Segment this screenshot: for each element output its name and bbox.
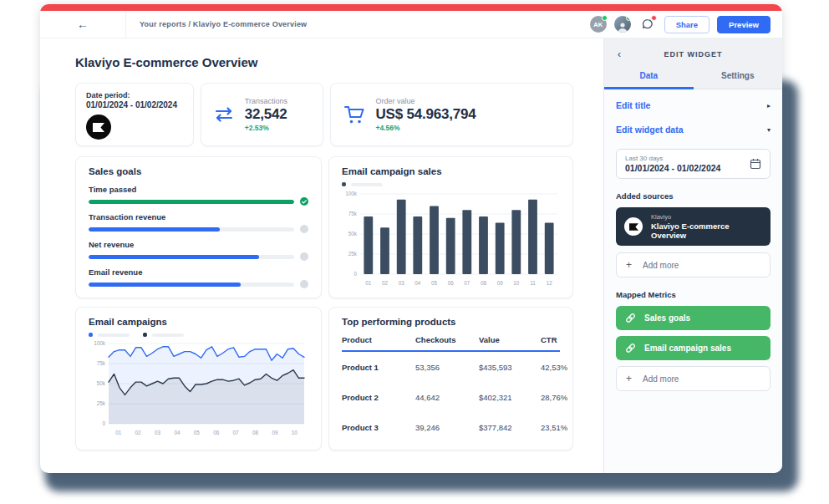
svg-text:02: 02 — [382, 280, 389, 286]
date-range-picker[interactable]: Last 30 days 01/01/2024 - 01/02/2024 — [616, 149, 771, 179]
legend-dot-icon — [143, 333, 147, 337]
edit-title-row[interactable]: Edit title ▸ — [616, 100, 771, 110]
table-row: Product 339,246$377,84223,51% — [342, 412, 560, 442]
date-period-value: 01/01/2024 - 01/02/2024 — [86, 100, 183, 109]
progress-fill — [89, 255, 259, 259]
back-button[interactable]: ← — [40, 11, 126, 38]
share-button[interactable]: Share — [664, 16, 709, 33]
panel-body: Edit title ▸ Edit widget data ▾ Last 30 … — [604, 89, 782, 473]
svg-text:04: 04 — [174, 430, 181, 435]
cart-icon — [343, 104, 365, 125]
date-period-card[interactable]: Date period: 01/01/2024 - 01/02/2024 — [75, 83, 194, 146]
kpi-value: US$ 54.963,794 — [376, 106, 476, 123]
chat-button[interactable] — [638, 15, 657, 33]
svg-text:07: 07 — [464, 280, 470, 286]
tab-data[interactable]: Data — [604, 71, 694, 87]
email-campaigns-widget[interactable]: Email campaigns 025k50k75k100k0102030405… — [75, 307, 322, 451]
avatar[interactable] — [614, 16, 631, 33]
product-name: Product 2 — [342, 393, 415, 402]
back-arrow-icon: ← — [77, 18, 89, 31]
svg-text:03: 03 — [399, 280, 405, 286]
kpi-delta-badge: +2.53% — [245, 124, 287, 132]
widget-title: Email campaign sales — [342, 166, 560, 176]
product-ctr: 42,53% — [541, 363, 573, 372]
svg-text:12: 12 — [547, 280, 553, 286]
panel-tabs: Data Settings — [604, 71, 782, 87]
svg-text:08: 08 — [481, 280, 487, 286]
product-value: $377,842 — [479, 423, 541, 432]
mapped-metric-email-campaign-sales[interactable]: Email campaign sales — [616, 336, 771, 360]
sales-goal-item: Transaction revenue — [89, 212, 308, 233]
legend-item — [342, 182, 383, 186]
source-card[interactable]: Klaviyo Klaviyo E-commerce Overview — [616, 207, 771, 246]
panel-collapse-icon[interactable]: ‹ — [618, 49, 621, 59]
svg-text:100k: 100k — [94, 340, 106, 346]
svg-text:09: 09 — [272, 430, 278, 435]
sales-goal-bar — [89, 197, 308, 206]
panel-title: EDIT WIDGET — [604, 50, 782, 59]
edit-widget-data-row[interactable]: Edit widget data ▾ — [616, 125, 771, 135]
widget-title: Sales goals — [89, 166, 308, 176]
avatar[interactable]: AK — [590, 16, 607, 33]
svg-text:75k: 75k — [97, 360, 106, 366]
edit-widget-data-link[interactable]: Edit widget data — [616, 125, 684, 135]
product-name: Product 3 — [342, 423, 415, 432]
svg-text:05: 05 — [194, 430, 201, 435]
column-header: Value — [479, 335, 541, 344]
edit-title-link[interactable]: Edit title — [616, 100, 650, 110]
column-header: Checkouts — [415, 335, 479, 344]
page-title: Klaviyo E-commerce Overview — [75, 55, 573, 69]
mapped-metric-sales-goals[interactable]: Sales goals — [616, 306, 771, 330]
line-chart: 025k50k75k100k01020304050607080910 — [89, 339, 308, 437]
plus-icon: + — [626, 374, 632, 384]
app-window: ← Your reports / Klaviyo E-commerce Over… — [40, 4, 782, 473]
widgets-grid: Sales goals Time passedTransaction reven… — [75, 156, 573, 451]
top-alert-strip — [40, 4, 782, 11]
top-products-widget[interactable]: Top performing products Product Checkout… — [328, 307, 573, 451]
add-metric-button[interactable]: + Add more — [616, 366, 771, 391]
source-name: Klaviyo E-commerce Overview — [651, 221, 762, 240]
svg-text:07: 07 — [233, 430, 240, 435]
order-value-kpi-card[interactable]: Order value US$ 54.963,794 +4.56% — [330, 83, 573, 146]
chart-legend — [342, 182, 560, 186]
progress-fill — [89, 283, 241, 287]
legend-dot-icon — [342, 182, 346, 186]
progress-fill — [89, 200, 294, 204]
link-icon — [625, 313, 636, 323]
sales-goals-widget[interactable]: Sales goals Time passedTransaction reven… — [75, 156, 322, 298]
product-ctr: 28,76% — [541, 393, 573, 402]
metric-label: Email campaign sales — [644, 344, 731, 353]
svg-text:25k: 25k — [348, 251, 358, 257]
products-table-header: Product Checkouts Value CTR — [342, 335, 560, 352]
preview-button[interactable]: Preview — [717, 16, 771, 33]
svg-text:05: 05 — [431, 280, 438, 286]
tab-settings[interactable]: Settings — [694, 71, 783, 87]
kpi-label: Order value — [376, 97, 476, 105]
date-range-preset: Last 30 days — [625, 155, 720, 162]
svg-text:25k: 25k — [97, 400, 106, 406]
products-table-body: Product 153,356$435,59342,53%Product 244… — [342, 352, 560, 442]
panel-header: ‹ EDIT WIDGET Data Settings — [604, 38, 782, 89]
email-campaign-sales-widget[interactable]: Email campaign sales 025k50k75k100k01020… — [328, 156, 573, 298]
add-source-button[interactable]: + Add more — [616, 252, 771, 277]
sales-goal-label: Time passed — [89, 185, 308, 194]
sales-goal-item: Time passed — [89, 185, 308, 206]
source-provider: Klaviyo — [651, 213, 762, 221]
svg-text:06: 06 — [213, 430, 220, 435]
check-circle-icon — [300, 197, 308, 206]
products-table: Product Checkouts Value CTR Product 153,… — [342, 335, 560, 442]
sales-goals-list: Time passedTransaction revenueNet revenu… — [89, 185, 308, 288]
report-canvas: Klaviyo E-commerce Overview Date period:… — [40, 38, 603, 473]
widget-title: Top performing products — [342, 317, 560, 327]
breadcrumb: Your reports / Klaviyo E-commerce Overvi… — [140, 20, 307, 28]
svg-text:03: 03 — [155, 430, 161, 435]
svg-text:11: 11 — [530, 280, 536, 286]
transactions-arrows-icon — [214, 106, 234, 123]
online-status-dot — [602, 15, 608, 21]
svg-text:100k: 100k — [345, 191, 358, 196]
product-checkouts: 53,356 — [415, 363, 479, 372]
transactions-kpi-card[interactable]: Transactions 32,542 +2.53% — [201, 83, 323, 146]
column-header: CTR — [541, 335, 573, 344]
svg-text:50k: 50k — [348, 231, 358, 237]
person-icon — [617, 22, 628, 33]
